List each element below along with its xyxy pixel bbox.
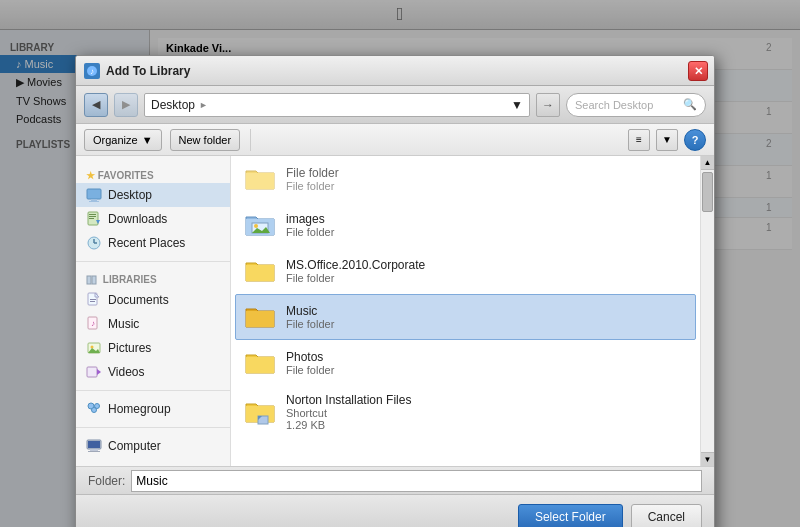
cancel-button[interactable]: Cancel: [631, 504, 702, 528]
scroll-up-button[interactable]: ▲: [701, 156, 714, 170]
file-type: File folder: [286, 364, 687, 376]
refresh-button[interactable]: →: [536, 93, 560, 117]
toolbar-separator: [250, 129, 251, 151]
nav-item-documents-label: Documents: [108, 293, 169, 307]
file-name: Norton Installation Files: [286, 393, 687, 407]
dialog-footer: Select Folder Cancel: [76, 494, 714, 527]
nav-item-music-label: Music: [108, 317, 139, 331]
documents-icon: [86, 292, 102, 308]
svg-rect-3: [91, 199, 97, 201]
svg-rect-13: [87, 276, 91, 284]
folder-icon: [244, 255, 276, 287]
svg-marker-25: [97, 369, 101, 375]
scroll-thumb[interactable]: [702, 172, 713, 212]
folder-name-input[interactable]: [131, 470, 702, 492]
nav-item-pictures-label: Pictures: [108, 341, 151, 355]
path-dropdown[interactable]: Desktop ► ▼: [144, 93, 530, 117]
organize-label: Organize: [93, 134, 138, 146]
back-button[interactable]: ◀: [84, 93, 108, 117]
nav-item-videos-label: Videos: [108, 365, 144, 379]
libraries-header: Libraries: [76, 268, 230, 288]
nav-item-downloads[interactable]: Downloads: [76, 207, 230, 231]
file-name-music: Music: [286, 304, 687, 318]
dialog-titlebar: ♪ Add To Library ✕: [76, 56, 714, 86]
folder-icon: [244, 163, 276, 195]
svg-point-28: [92, 408, 97, 413]
desktop-icon: [86, 187, 102, 203]
nav-item-computer-label: Computer: [108, 439, 161, 453]
dialog-toolbar: Organize ▼ New folder ≡ ▼ ?: [76, 124, 714, 156]
list-item[interactable]: MS.Office.2010.Corporate File folder: [235, 248, 696, 294]
nav-item-homegroup[interactable]: Homegroup: [76, 397, 230, 421]
nav-panel: ★ Favorites Desktop: [76, 156, 231, 466]
svg-rect-7: [89, 216, 96, 217]
list-item[interactable]: File folder File folder: [235, 156, 696, 202]
nav-item-desktop-label: Desktop: [108, 188, 152, 202]
svg-rect-4: [89, 201, 99, 202]
dialog-title-icon: ♪: [84, 63, 100, 79]
folder-label: Folder:: [88, 474, 125, 488]
file-info: images File folder: [286, 212, 687, 238]
toolbar-right: ≡ ▼ ?: [628, 129, 706, 151]
music-lib-icon: ♪: [86, 316, 102, 332]
organize-button[interactable]: Organize ▼: [84, 129, 162, 151]
file-name: File folder: [286, 166, 687, 180]
list-item-music[interactable]: Music File folder: [235, 294, 696, 340]
videos-icon: [86, 364, 102, 380]
file-name: images: [286, 212, 687, 226]
list-item[interactable]: Norton Installation Files Shortcut 1.29 …: [235, 386, 696, 438]
file-info: Photos File folder: [286, 350, 687, 376]
nav-item-downloads-label: Downloads: [108, 212, 167, 226]
dialog-title-text: Add To Library: [106, 64, 190, 78]
nav-item-recent-places[interactable]: Recent Places: [76, 231, 230, 255]
search-icon: 🔍: [683, 98, 697, 111]
view-toggle-button[interactable]: ≡: [628, 129, 650, 151]
nav-item-homegroup-label: Homegroup: [108, 402, 171, 416]
list-item[interactable]: images File folder: [235, 202, 696, 248]
forward-button[interactable]: ▶: [114, 93, 138, 117]
dialog-close-button[interactable]: ✕: [688, 61, 708, 81]
nav-item-pictures[interactable]: Pictures: [76, 336, 230, 360]
search-box[interactable]: Search Desktop 🔍: [566, 93, 706, 117]
nav-item-recent-places-label: Recent Places: [108, 236, 185, 250]
nav-divider-3: [76, 427, 230, 428]
file-name: Photos: [286, 350, 687, 364]
dialog-navbar: ◀ ▶ Desktop ► ▼ → Search Desktop 🔍: [76, 86, 714, 124]
homegroup-icon: [86, 401, 102, 417]
computer-icon: [86, 438, 102, 454]
new-folder-button[interactable]: New folder: [170, 129, 241, 151]
scroll-down-button[interactable]: ▼: [701, 452, 714, 466]
svg-rect-2: [87, 189, 101, 199]
svg-rect-18: [90, 301, 95, 302]
file-type: Shortcut: [286, 407, 687, 419]
dialog-body: ★ Favorites Desktop: [76, 156, 714, 466]
nav-divider-1: [76, 261, 230, 262]
nav-item-computer[interactable]: Computer: [76, 434, 230, 458]
scrollbar[interactable]: ▲ ▼: [700, 156, 714, 466]
view-toggle-arrow-button[interactable]: ▼: [656, 129, 678, 151]
nav-item-desktop[interactable]: Desktop: [76, 183, 230, 207]
folder-icon: [244, 347, 276, 379]
select-folder-button[interactable]: Select Folder: [518, 504, 623, 528]
file-info: Norton Installation Files Shortcut 1.29 …: [286, 393, 687, 431]
file-list: File folder File folder images File fold…: [231, 156, 700, 466]
nav-divider-2: [76, 390, 230, 391]
nav-item-documents[interactable]: Documents: [76, 288, 230, 312]
scroll-track: [701, 170, 714, 452]
search-placeholder: Search Desktop: [575, 99, 653, 111]
svg-text:♪: ♪: [91, 319, 95, 328]
file-type-music: File folder: [286, 318, 687, 330]
svg-rect-6: [89, 214, 96, 215]
current-path: Desktop: [151, 98, 195, 112]
help-button[interactable]: ?: [684, 129, 706, 151]
svg-rect-14: [92, 276, 96, 284]
file-size: 1.29 KB: [286, 419, 687, 431]
list-item[interactable]: Photos File folder: [235, 340, 696, 386]
nav-item-music-lib[interactable]: ♪ Music: [76, 312, 230, 336]
file-info: File folder File folder: [286, 166, 687, 192]
favorites-header: ★ Favorites: [76, 164, 230, 183]
file-name: MS.Office.2010.Corporate: [286, 258, 687, 272]
file-type: File folder: [286, 180, 687, 192]
downloads-icon: [86, 211, 102, 227]
nav-item-videos[interactable]: Videos: [76, 360, 230, 384]
